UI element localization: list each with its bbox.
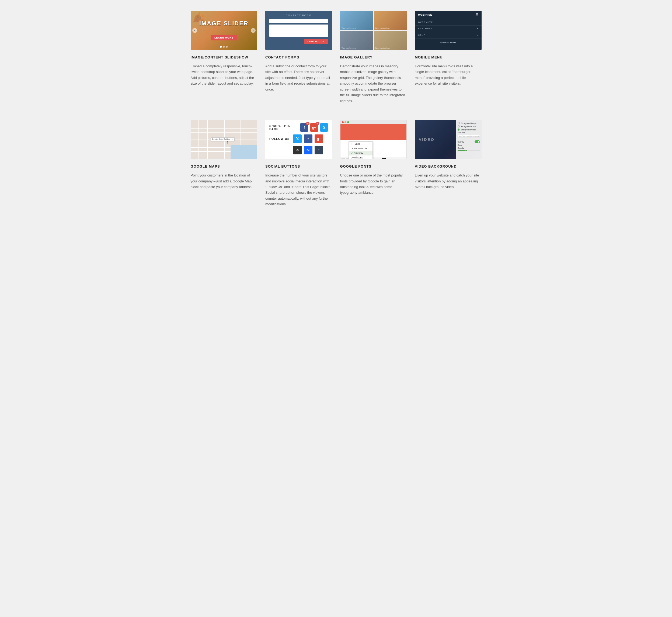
video-label: VIDEO [419, 138, 435, 142]
facebook-share-btn[interactable]: f 192 [300, 123, 308, 132]
opacity-slider-track[interactable] [458, 150, 480, 151]
menu-item-help[interactable]: HELP ▾ [415, 32, 482, 38]
opacity-label: Opacity [458, 147, 464, 149]
feature-card-image-gallery: Type caption here Type caption here Type… [340, 11, 407, 104]
feature-title-menu: MOBILE MENU [415, 55, 482, 59]
hamburger-icon[interactable]: ☰ [475, 13, 478, 17]
checkmark-icon: ✓ [351, 152, 353, 154]
feature-title-slider: IMAGE/CONTENT SLIDESHOW [191, 55, 257, 59]
radio-bg-video[interactable] [458, 129, 460, 131]
feature-title-fonts: GOOGLE FONTS [340, 164, 407, 168]
slider-learn-btn[interactable]: LEARN MORE [211, 35, 237, 40]
overlay-label: Overlay [458, 141, 464, 143]
github-btn[interactable]: ⚙ [293, 146, 302, 154]
share-row: SHARE THIS PAGE! f 192 g+ 47 𝕏 [269, 123, 328, 132]
dot-2[interactable] [223, 46, 225, 48]
menu-item-overview[interactable]: OVERVIEW [415, 19, 482, 26]
font-option-pt-sans[interactable]: PT Sans [349, 142, 373, 146]
opacity-option: Opacity [458, 147, 480, 149]
slider-next-arrow[interactable]: › [251, 28, 256, 33]
gallery-cell-3[interactable]: Type caption here [340, 31, 373, 50]
chevron-down-icon: ▾ [477, 28, 478, 30]
menu-download-btn[interactable]: DOWNLOAD [418, 40, 478, 45]
feature-row-2: 📍 Empire State Building × GOOGLE MAPS Po… [191, 120, 482, 207]
page-wrapper: 🍂 IMAGE SLIDER LEARN MORE ‹ › IMAGE/CONT… [185, 0, 487, 234]
fonts-visual: PT Sans Open Sans Con... ✓Raleway Droid … [340, 120, 407, 159]
fonts-topbar [341, 120, 407, 124]
radio-bg-image[interactable] [458, 122, 460, 124]
contact-submit-btn[interactable]: CONTACT US [304, 39, 328, 44]
gallery-cell-2[interactable]: Type caption here [374, 11, 407, 30]
follow-row: FOLLOW US 𝕏 f g+ [269, 135, 328, 143]
maps-preview: 📍 Empire State Building × [191, 120, 257, 159]
menu-item-features-label: FEATURES [418, 27, 433, 30]
fonts-dropdown[interactable]: PT Sans Open Sans Con... ✓Raleway Droid … [349, 142, 373, 159]
dot-1[interactable] [220, 46, 222, 48]
dot-3[interactable] [226, 46, 228, 48]
contact-form-title: CONTACT FORM [286, 14, 311, 17]
window-minimize-dot[interactable] [345, 121, 347, 123]
menu-item-help-label: HELP [418, 34, 425, 36]
chevron-down-icon-2: ▾ [477, 34, 478, 36]
opacity-slider-fill [458, 150, 466, 151]
twitter-follow-btn[interactable]: 𝕏 [293, 135, 302, 143]
font-size-select[interactable]: 17 [377, 159, 381, 159]
map-water [231, 145, 257, 159]
feature-desc-contact: Add a subscribe or contact form to your … [265, 63, 332, 92]
twitter-share-btn[interactable]: 𝕏 [320, 123, 328, 132]
slider-preview: 🍂 IMAGE SLIDER LEARN MORE ‹ › [191, 11, 257, 50]
bg-image-option[interactable]: Background Image [458, 122, 480, 124]
youtube-url-input[interactable]: http://www.youtube.com/watd [458, 135, 480, 138]
font-option-open-sans[interactable]: Open Sans Con... [349, 146, 373, 151]
feature-desc-social: Increase the number of your site visitor… [265, 172, 332, 207]
gplus-follow-btn[interactable]: g+ [314, 135, 323, 143]
map-location-label: Empire State Building × [211, 138, 235, 141]
feature-desc-fonts: Choose one or more of the most popular f… [340, 172, 407, 196]
color-picker-btn[interactable] [382, 158, 386, 159]
feature-title-contact: CONTACT FORMS [265, 55, 332, 59]
slider-prev-arrow[interactable]: ‹ [192, 28, 197, 33]
gallery-caption-4: Type caption here [375, 47, 390, 49]
opacity-slider-thumb[interactable] [465, 150, 467, 152]
font-option-raleway[interactable]: ✓Raleway [349, 151, 373, 156]
font-option-droid-sans[interactable]: Droid Sans [349, 156, 373, 159]
contact-name-input[interactable] [269, 19, 328, 23]
overlay-option: Overlay [458, 140, 480, 143]
bg-color-option[interactable]: Background Color [458, 125, 480, 128]
gallery-cell-4[interactable]: Type caption here [374, 31, 407, 50]
fonts-content: PT Sans Open Sans Con... ✓Raleway Droid … [341, 140, 407, 159]
window-maximize-dot[interactable] [347, 121, 349, 123]
fonts-preview: PT Sans Open Sans Con... ✓Raleway Droid … [340, 120, 407, 159]
menu-preview: MOBIRISE ☰ OVERVIEW FEATURES ▾ HELP ▾ DO… [415, 11, 482, 50]
feature-card-google-fonts: PT Sans Open Sans Con... ✓Raleway Droid … [340, 120, 407, 207]
toolbar-btn-1[interactable]: ⊞ [342, 158, 345, 159]
tumblr-btn[interactable]: t [314, 146, 323, 154]
window-close-dot[interactable] [342, 121, 344, 123]
feature-desc-video: Liven up your website and catch your sit… [415, 172, 482, 190]
feature-card-social-buttons: SHARE THIS PAGE! f 192 g+ 47 𝕏 FOLLOW US [265, 120, 332, 207]
facebook-follow-btn[interactable]: f [304, 135, 312, 143]
video-settings-panel: Background Image Background Color Backgr… [456, 120, 482, 159]
bg-video-option[interactable]: Background Video [458, 129, 480, 131]
contact-visual: CONTACT FORM CONTACT US [265, 11, 332, 50]
gp-count: 47 [316, 122, 319, 125]
map-label-close[interactable]: × [232, 138, 233, 140]
bg-image-label: Background Image [461, 122, 477, 124]
feature-card-image-slider: 🍂 IMAGE SLIDER LEARN MORE ‹ › IMAGE/CONT… [191, 11, 257, 104]
follow-label: FOLLOW US [269, 137, 291, 140]
menu-item-features[interactable]: FEATURES ▾ [415, 26, 482, 32]
color-option: Color [458, 144, 480, 146]
feature-card-google-maps: 📍 Empire State Building × GOOGLE MAPS Po… [191, 120, 257, 207]
social-preview: SHARE THIS PAGE! f 192 g+ 47 𝕏 FOLLOW US [265, 120, 332, 159]
gallery-caption-3: Type caption here [342, 47, 357, 49]
feature-desc-menu: Horizontal site menu folds itself into a… [415, 63, 482, 86]
gallery-cell-1[interactable]: Type caption here [340, 11, 373, 30]
behance-btn[interactable]: Be [304, 146, 312, 154]
gplus-share-btn[interactable]: g+ 47 [310, 123, 318, 132]
overlay-toggle[interactable] [475, 140, 480, 143]
feature-desc-slider: Embed a completely responsive, touch-swi… [191, 63, 257, 86]
slider-title: IMAGE SLIDER [195, 20, 253, 27]
contact-message-input[interactable] [269, 24, 328, 37]
radio-bg-color[interactable] [458, 125, 460, 128]
map-road-v1 [207, 120, 208, 159]
